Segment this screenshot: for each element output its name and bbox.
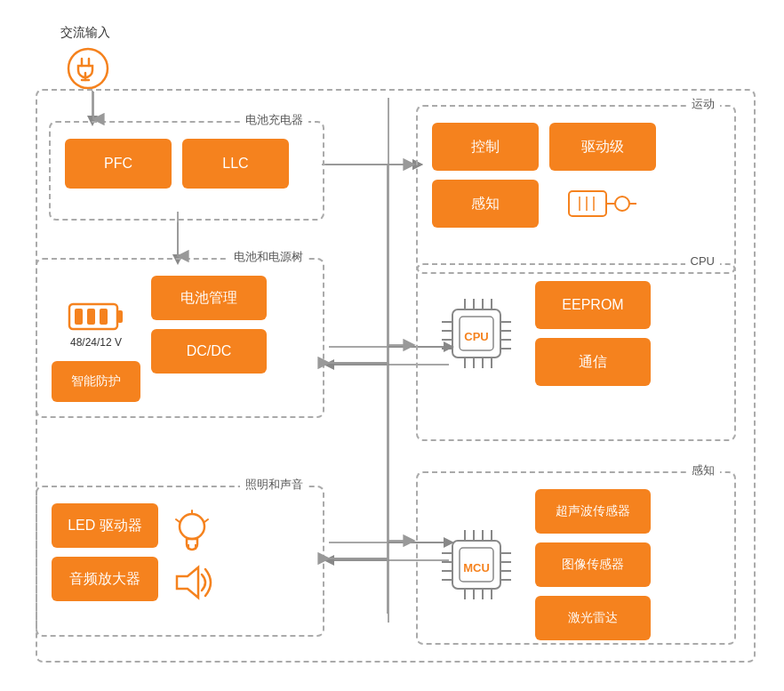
sense-motion-button: 感知 — [432, 180, 539, 228]
image-sensor-button: 图像传感器 — [535, 542, 651, 587]
diagram-container: 交流输入 电池充电器 PFC LLC 电池和电源树 — [0, 0, 784, 691]
svg-point-33 — [180, 514, 204, 539]
svg-rect-31 — [87, 309, 95, 325]
motion-box: 运动 控制 感知 驱动级 — [416, 105, 736, 274]
svg-text:CPU: CPU — [464, 330, 488, 343]
lighting-audio-box: 照明和声音 LED 驱动器 音频放大器 — [36, 486, 324, 637]
svg-rect-40 — [569, 191, 606, 216]
svg-text:MCU: MCU — [463, 561, 490, 574]
audio-amp-button: 音频放大器 — [52, 557, 158, 601]
battery-power-label: 电池和电源树 — [228, 249, 308, 265]
svg-rect-32 — [100, 309, 108, 325]
lighting-audio-label: 照明和声音 — [240, 477, 308, 493]
svg-rect-30 — [75, 309, 83, 325]
led-driver-button: LED 驱动器 — [52, 503, 158, 548]
ultrasonic-button: 超声波传感器 — [535, 489, 651, 534]
motion-label: 运动 — [686, 96, 720, 112]
svg-marker-39 — [177, 567, 198, 598]
smart-protect-button: 智能防护 — [52, 361, 140, 402]
battery-mgmt-button: 电池管理 — [151, 276, 267, 320]
eeprom-button: EEPROM — [535, 281, 651, 329]
speaker-icon — [170, 560, 214, 605]
ac-input-label: 交流输入 — [60, 25, 110, 41]
cpu-label: CPU — [685, 254, 720, 268]
mcu-chip-icon: MCU — [436, 525, 516, 605]
cpu-chip-icon: CPU — [436, 293, 516, 374]
lidar-button: 激光雷达 — [535, 596, 651, 640]
svg-line-38 — [204, 519, 208, 522]
svg-point-23 — [68, 49, 108, 88]
sensing-label: 感知 — [686, 462, 720, 478]
svg-rect-29 — [117, 310, 123, 323]
llc-button: LLC — [182, 139, 289, 189]
motor-icon — [567, 184, 638, 223]
battery-charger-label: 电池充电器 — [240, 112, 308, 128]
cpu-box: CPU — [416, 263, 736, 441]
comm-button: 通信 — [535, 338, 651, 386]
battery-icon — [68, 301, 124, 333]
led-bulb-icon — [169, 507, 215, 560]
svg-line-37 — [176, 519, 180, 522]
battery-power-box: 电池和电源树 48/24/12 V 电池管理 DC/DC 智能防护 — [36, 258, 324, 418]
plug-icon — [66, 46, 110, 91]
svg-point-42 — [615, 197, 629, 211]
pfc-button: PFC — [65, 139, 172, 189]
control-button: 控制 — [432, 123, 539, 171]
drive-button: 驱动级 — [549, 123, 656, 171]
sensing-box: 感知 — [416, 471, 736, 645]
voltage-label: 48/24/12 V — [70, 336, 122, 349]
battery-charger-box: 电池充电器 PFC LLC — [49, 121, 324, 221]
dcdc-button: DC/DC — [151, 329, 267, 374]
